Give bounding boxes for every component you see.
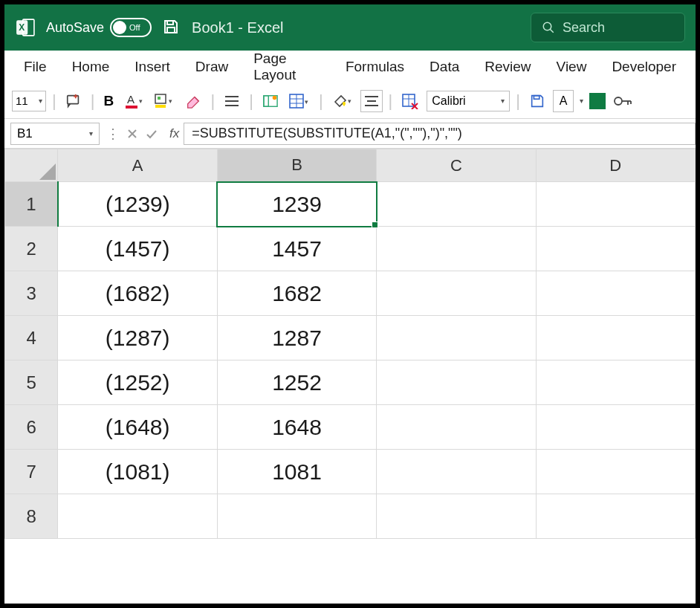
- separator: |: [89, 91, 97, 111]
- tab-home[interactable]: Home: [62, 54, 120, 80]
- col-header-d[interactable]: D: [536, 149, 695, 182]
- cell-b7[interactable]: 1081: [217, 450, 376, 494]
- cell-c6[interactable]: [377, 405, 536, 450]
- row-header-3[interactable]: 3: [5, 271, 58, 316]
- cell-d3[interactable]: [536, 271, 695, 316]
- cell-a6[interactable]: (1648): [58, 405, 217, 450]
- cell-b6[interactable]: 1648: [217, 405, 376, 450]
- save-quick-button[interactable]: [526, 90, 548, 112]
- cell-c4[interactable]: [377, 316, 536, 360]
- svg-rect-15: [155, 105, 166, 108]
- cell-c2[interactable]: [377, 227, 536, 271]
- svg-text:▾: ▾: [169, 97, 172, 105]
- tab-view[interactable]: View: [546, 54, 597, 80]
- cell-b4[interactable]: 1287: [217, 316, 376, 360]
- row-header-4[interactable]: 4: [5, 316, 58, 360]
- col-header-b[interactable]: B: [217, 149, 376, 182]
- cell-b5[interactable]: 1252: [217, 360, 376, 405]
- col-header-a[interactable]: A: [58, 149, 217, 182]
- cancel-formula-button[interactable]: [123, 125, 141, 143]
- row-header-7[interactable]: 7: [5, 450, 58, 494]
- row-header-1[interactable]: 1: [5, 182, 58, 227]
- cell-c3[interactable]: [377, 271, 536, 316]
- key-icon[interactable]: [610, 90, 635, 112]
- tab-data[interactable]: Data: [419, 54, 470, 80]
- autosave-toggle[interactable]: Off: [110, 18, 152, 37]
- tab-draw[interactable]: Draw: [185, 54, 239, 80]
- spreadsheet-grid[interactable]: A B C D 1 (1239) 1239 2 (1457) 1457 3: [4, 149, 696, 604]
- cell-b3[interactable]: 1682: [217, 271, 376, 316]
- select-all-corner[interactable]: [5, 149, 58, 182]
- tab-review[interactable]: Review: [474, 54, 541, 80]
- svg-text:▾: ▾: [305, 98, 308, 106]
- tab-file[interactable]: File: [13, 54, 57, 80]
- name-box-value: B1: [17, 126, 33, 141]
- search-box[interactable]: Search: [531, 13, 685, 42]
- align-button[interactable]: [221, 90, 243, 112]
- row-header-8[interactable]: 8: [5, 494, 58, 539]
- fx-label[interactable]: fx: [165, 126, 184, 141]
- svg-point-23: [273, 95, 276, 99]
- tab-developer[interactable]: Developer: [601, 54, 687, 80]
- app-window: X AutoSave Off Book1 ‑ Excel Search File…: [0, 0, 700, 608]
- cell-a2[interactable]: (1457): [58, 227, 217, 271]
- cell-a3[interactable]: (1682): [58, 271, 217, 316]
- svg-point-39: [615, 97, 622, 105]
- cell-d4[interactable]: [536, 316, 695, 360]
- font-a-button[interactable]: A: [553, 90, 574, 112]
- svg-line-6: [550, 29, 554, 33]
- clear-format-button[interactable]: [182, 90, 204, 112]
- search-placeholder: Search: [563, 20, 605, 36]
- cell-a4[interactable]: (1287): [58, 316, 217, 360]
- font-color-button[interactable]: A▾: [121, 90, 146, 112]
- autosave-label: AutoSave: [46, 20, 104, 36]
- row-header-5[interactable]: 5: [5, 360, 58, 405]
- cell-a8[interactable]: [58, 494, 217, 539]
- cell-d7[interactable]: [536, 450, 695, 494]
- font-size-value: 11: [16, 94, 28, 107]
- cell-c1[interactable]: [377, 182, 536, 227]
- row-header-6[interactable]: 6: [5, 405, 58, 450]
- cell-b2[interactable]: 1457: [217, 227, 376, 271]
- excel-app-icon: X: [15, 17, 36, 38]
- center-align-button[interactable]: [360, 90, 383, 112]
- row-header-2[interactable]: 2: [5, 227, 58, 271]
- cell-b8[interactable]: [217, 494, 376, 539]
- table-button[interactable]: ▾: [286, 90, 313, 112]
- cell-d1[interactable]: [536, 182, 695, 227]
- cell-b1[interactable]: 1239: [217, 182, 376, 227]
- svg-text:▾: ▾: [139, 97, 143, 105]
- cell-c5[interactable]: [377, 360, 536, 405]
- cell-a1[interactable]: (1239): [58, 182, 217, 227]
- bold-button[interactable]: B: [100, 90, 117, 112]
- col-header-c[interactable]: C: [377, 149, 536, 182]
- tab-insert[interactable]: Insert: [124, 54, 181, 80]
- tab-page-layout[interactable]: Page Layout: [243, 46, 331, 88]
- cell-d2[interactable]: [536, 227, 695, 271]
- merge-button[interactable]: [259, 90, 282, 112]
- formula-input[interactable]: =SUBSTITUTE(SUBSTITUTE(A1,"(",""),")",""…: [184, 123, 696, 145]
- fill-color-button[interactable]: ▾: [151, 90, 178, 112]
- cell-a7[interactable]: (1081): [58, 450, 217, 494]
- insert-comment-button[interactable]: [62, 90, 85, 112]
- save-button[interactable]: [162, 18, 181, 37]
- delete-table-button[interactable]: [398, 90, 422, 112]
- chevron-down-icon[interactable]: ▾: [578, 97, 585, 105]
- cell-d6[interactable]: [536, 405, 695, 450]
- paint-bucket-button[interactable]: ▾: [329, 90, 356, 112]
- cell-c8[interactable]: [377, 494, 536, 539]
- accept-formula-button[interactable]: [143, 125, 161, 143]
- chevron-down-icon: ▾: [89, 129, 93, 138]
- cell-d5[interactable]: [536, 360, 695, 405]
- cell-a5[interactable]: (1252): [58, 360, 217, 405]
- font-size-selector[interactable]: 11 ▾: [12, 91, 46, 111]
- cell-d8[interactable]: [536, 494, 695, 539]
- tab-formulas[interactable]: Formulas: [335, 54, 415, 80]
- font-name-selector[interactable]: Calibri ▾: [427, 91, 510, 111]
- title-bar: X AutoSave Off Book1 ‑ Excel Search: [4, 4, 696, 51]
- cell-c7[interactable]: [377, 450, 536, 494]
- color-swatch[interactable]: [589, 93, 606, 109]
- search-icon: [542, 21, 555, 34]
- name-box[interactable]: B1 ▾: [10, 123, 100, 145]
- separator: |: [514, 91, 522, 111]
